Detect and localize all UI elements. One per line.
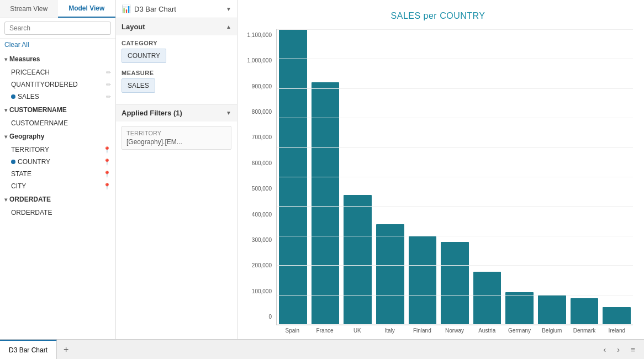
- bar[interactable]: [312, 82, 340, 325]
- item-label-priceeach: PRICEEACH: [11, 68, 50, 76]
- geo-icon-city: 📍: [103, 183, 111, 190]
- sidebar-content: ▾ Measures PRICEEACH ✏ QUANTITYORDERED ✏: [0, 52, 115, 339]
- sidebar-section-header-orderdate[interactable]: ▾ ORDERDATE: [0, 192, 115, 207]
- bar-group[interactable]: [603, 29, 631, 325]
- nav-menu-button[interactable]: ≡: [626, 343, 640, 356]
- layout-section-header[interactable]: Layout ▲: [116, 18, 237, 35]
- bar-group[interactable]: [571, 29, 599, 325]
- bar-group[interactable]: [376, 29, 404, 325]
- y-axis-label: 0: [268, 314, 272, 320]
- bar-group[interactable]: [505, 29, 534, 325]
- filters-collapse-icon: ▼: [226, 110, 231, 116]
- filters-content: TERRITORY [Geography].[EM...: [116, 122, 237, 154]
- item-label-state: STATE: [11, 170, 31, 178]
- item-label-quantityordered: QUANTITYORDERED: [11, 81, 78, 88]
- sidebar-item-city[interactable]: CITY 📍: [0, 180, 115, 192]
- active-dot-country: [11, 160, 15, 164]
- bar-group[interactable]: [312, 29, 340, 325]
- x-axis-label: Belgium: [538, 328, 566, 334]
- x-axis-label: France: [311, 328, 339, 334]
- bar[interactable]: [409, 236, 437, 325]
- sidebar-item-priceeach[interactable]: PRICEEACH ✏: [0, 66, 115, 78]
- x-axis: SpainFranceUKItalyFinlandNorwayAustriaGe…: [276, 325, 633, 334]
- bottom-nav: ‹ › ≡: [599, 343, 644, 356]
- x-axis-label: UK: [343, 328, 371, 334]
- clear-all-button[interactable]: Clear All: [0, 39, 115, 52]
- y-axis-label: 800,000: [252, 109, 272, 115]
- chart-selector-label[interactable]: D3 Bar Chart: [134, 5, 223, 13]
- filter-card-value: [Geography].[EM...: [126, 138, 226, 146]
- nav-prev-button[interactable]: ‹: [599, 343, 610, 356]
- sidebar-section-header-customername[interactable]: ▾ CUSTOMERNAME: [0, 103, 115, 117]
- sidebar-item-territory[interactable]: TERRITORY 📍: [0, 144, 115, 156]
- section-label-orderdate: ORDERDATE: [9, 196, 51, 203]
- sidebar-section-header-geography[interactable]: ▾ Geography: [0, 129, 115, 144]
- item-label-orderdate-field: ORDERDATE: [11, 209, 52, 217]
- chevron-icon-orderdate: ▾: [4, 197, 7, 203]
- bar[interactable]: [473, 272, 502, 325]
- bar-group[interactable]: [409, 29, 437, 325]
- bar-group[interactable]: [344, 29, 372, 325]
- nav-next-button[interactable]: ›: [613, 343, 624, 356]
- category-chip[interactable]: COUNTRY: [122, 49, 166, 63]
- bar-group[interactable]: [441, 29, 469, 325]
- layout-collapse-icon: ▲: [226, 24, 231, 30]
- edit-icon-sales: ✏: [106, 93, 111, 101]
- x-axis-label: Italy: [376, 328, 404, 334]
- sidebar-item-country[interactable]: COUNTRY 📍: [0, 156, 115, 168]
- y-axis-label: 400,000: [252, 212, 272, 218]
- sidebar-section-measures: ▾ Measures PRICEEACH ✏ QUANTITYORDERED ✏: [0, 52, 115, 103]
- geo-icon-territory: 📍: [103, 146, 111, 154]
- measure-chip[interactable]: SALES: [122, 78, 155, 93]
- bar[interactable]: [441, 242, 469, 325]
- section-label-customername: CUSTOMERNAME: [9, 106, 67, 114]
- edit-icon-quantityordered: ✏: [106, 81, 111, 88]
- y-axis-label: 1,100,000: [247, 32, 272, 38]
- chart-title: SALES per COUNTRY: [243, 11, 633, 21]
- bottom-tab[interactable]: D3 Bar Chart: [0, 340, 57, 359]
- bar[interactable]: [344, 195, 372, 325]
- bar-group[interactable]: [473, 29, 502, 325]
- sidebar-item-orderdate-field[interactable]: ORDERDATE: [0, 207, 115, 219]
- search-box: [0, 18, 115, 39]
- sidebar-item-state[interactable]: STATE 📍: [0, 168, 115, 180]
- item-label-city: CITY: [11, 182, 26, 190]
- filters-section: Applied Filters (1) ▼ TERRITORY [Geograp…: [116, 104, 237, 339]
- item-label-sales: SALES: [18, 93, 39, 101]
- layout-title: Layout: [122, 23, 145, 31]
- chevron-icon: ▾: [4, 56, 7, 62]
- filters-section-header[interactable]: Applied Filters (1) ▼: [116, 104, 237, 122]
- bar[interactable]: [538, 295, 566, 325]
- chart-selector[interactable]: 📊 D3 Bar Chart ▼: [116, 0, 237, 18]
- bars-area: SpainFranceUKItalyFinlandNorwayAustriaGe…: [276, 29, 633, 334]
- sidebar-item-quantityordered[interactable]: QUANTITYORDERED ✏: [0, 78, 115, 91]
- sidebar-section-header-measures[interactable]: ▾ Measures: [0, 52, 115, 66]
- category-label: Category: [122, 40, 231, 46]
- bar[interactable]: [505, 292, 534, 325]
- stream-view-tab[interactable]: Stream View: [0, 0, 58, 18]
- sidebar-item-customername-field[interactable]: CUSTOMERNAME: [0, 117, 115, 129]
- y-axis-label: 300,000: [252, 237, 272, 243]
- bar[interactable]: [603, 307, 631, 325]
- search-input[interactable]: [4, 22, 111, 35]
- bottom-bar: D3 Bar Chart + ‹ › ≡: [0, 339, 644, 359]
- chevron-icon-geography: ▾: [4, 134, 7, 140]
- x-axis-label: Austria: [473, 328, 501, 334]
- bar[interactable]: [376, 224, 404, 325]
- filter-card-territory[interactable]: TERRITORY [Geography].[EM...: [122, 126, 231, 150]
- bar-group[interactable]: [538, 29, 566, 325]
- geo-icon-country: 📍: [103, 159, 111, 166]
- x-axis-label: Ireland: [603, 328, 631, 334]
- bar-group[interactable]: [279, 29, 307, 325]
- chart-area: SALES per COUNTRY 1,100,0001,000,000900,…: [237, 0, 644, 339]
- bar[interactable]: [571, 298, 599, 325]
- x-axis-label: Finland: [408, 328, 436, 334]
- y-axis-label: 500,000: [252, 186, 272, 192]
- section-label-measures: Measures: [9, 55, 40, 63]
- sidebar-item-sales[interactable]: SALES ✏: [0, 91, 115, 103]
- y-axis-label: 900,000: [252, 83, 272, 89]
- bar[interactable]: [279, 29, 307, 325]
- add-tab-button[interactable]: +: [57, 340, 75, 359]
- model-view-tab[interactable]: Model View: [58, 0, 116, 18]
- item-label-territory: TERRITORY: [11, 146, 49, 154]
